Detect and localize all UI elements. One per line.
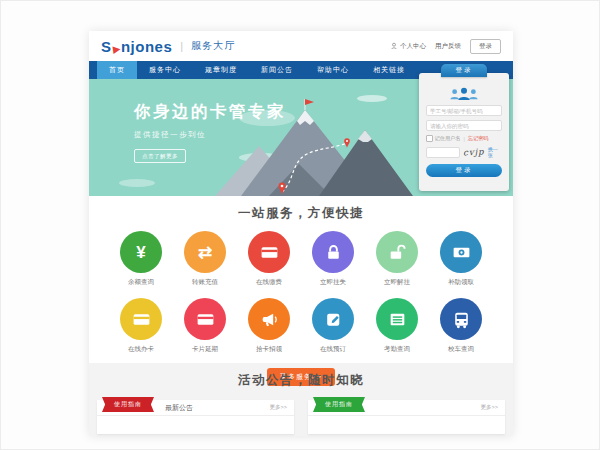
remember-row: 记住用户名 | 忘记密码 [426,135,502,142]
service-online-booking[interactable]: 在线预订 [301,298,365,354]
nav-item-help-center[interactable]: 帮助中心 [305,61,361,79]
card-icon [120,298,162,340]
service-attendance-inquiry[interactable]: 考勤查询 [365,298,429,354]
header-login-button[interactable]: 登录 [470,39,501,54]
feedback-label: 用户反馈 [435,42,461,51]
nav-item-news[interactable]: 新闻公告 [249,61,305,79]
service-balance-inquiry[interactable]: ¥ 余额查询 [109,231,173,287]
forgot-password-link[interactable]: 忘记密码 [468,135,489,142]
services-title: 一站服务，方便快捷 [89,205,513,222]
logo-arrow-icon: ▶ [112,43,121,54]
left-ribbon-tab[interactable]: 使用指南 [102,397,154,412]
unlock-icon [376,231,418,273]
hero-banner: 你身边的卡管专家 提供捷径一步到位 点击了解更多 登录 记住用户名 | [89,79,513,196]
nav-item-service-center[interactable]: 服务中心 [137,61,193,79]
logo-divider: | [180,40,183,52]
service-unlock[interactable]: 立即解挂 [365,231,429,287]
transfer-icon: ⇄ [184,231,226,273]
nav-item-regulations[interactable]: 规章制度 [193,61,249,79]
right-more-link[interactable]: 更多>> [481,404,498,411]
logo-text-right: njones [121,38,172,55]
right-ribbon-tab[interactable]: 使用指南 [313,397,365,412]
bus-icon [440,298,482,340]
password-input[interactable] [426,120,502,131]
remember-label: 记住用户名 [435,135,461,142]
service-school-bus-inquiry[interactable]: 校车查询 [429,298,493,354]
screenshot-canvas: S ▶ njones | 服务大厅 个人中心 用户反馈 登录 [0,0,600,450]
services-grid: ¥ 余额查询 ⇄ 转账充值 在线缴费 [89,231,513,365]
guide-panel-left: 使用指南 最新公告 更多>> [97,400,294,434]
hero-title: 你身边的卡管专家 [134,101,286,123]
announcement-panels: 使用指南 最新公告 更多>> 使用指南 更多>> [89,400,513,434]
nav-item-home[interactable]: 首页 [97,61,137,79]
captcha-input[interactable] [426,147,460,158]
guide-panel-right: 使用指南 更多>> [308,400,505,434]
announcements-title: 活动公告，随时知晓 [89,372,513,389]
login-panel: 登录 记住用户名 | 忘记密码 cvjp 换一张 [419,73,509,191]
site-name: 服务大厅 [191,39,235,53]
users-group-icon [447,86,481,101]
remember-checkbox[interactable] [426,135,433,142]
list-icon [376,298,418,340]
personal-center-label: 个人中心 [400,42,426,51]
captcha-refresh-link[interactable]: 换一张 [488,146,502,158]
left-panel-header: 使用指南 最新公告 更多>> [97,400,294,416]
service-card-extension[interactable]: 卡片延期 [173,298,237,354]
service-lost-found[interactable]: 拾卡招领 [237,298,301,354]
hero-cta-button[interactable]: 点击了解更多 [134,149,186,163]
edit-icon [312,298,354,340]
left-more-link[interactable]: 更多>> [270,404,287,411]
login-submit-button[interactable]: 登录 [426,164,502,177]
service-online-payment[interactable]: 在线缴费 [237,231,301,287]
logo-text-left: S [101,38,112,55]
service-transfer-recharge[interactable]: ⇄ 转账充值 [173,231,237,287]
card-icon [184,298,226,340]
captcha-image[interactable]: cvjp [463,146,485,157]
cloud-shape [119,179,155,187]
right-panel-header: 使用指南 更多>> [308,400,505,416]
card-icon [248,231,290,273]
announcements-section: 活动公告，随时知晓 使用指南 最新公告 更多>> 使用指南 更多>> [89,363,513,436]
site-header: S ▶ njones | 服务大厅 个人中心 用户反馈 登录 [89,31,513,61]
login-tab[interactable]: 登录 [441,64,487,77]
nav-item-related-links[interactable]: 相关链接 [361,61,417,79]
person-icon [390,42,398,50]
banknote-icon [440,231,482,273]
megaphone-icon [248,298,290,340]
logo[interactable]: S ▶ njones [101,38,172,55]
hero-copy: 你身边的卡管专家 提供捷径一步到位 点击了解更多 [134,101,286,163]
services-section: 一站服务，方便快捷 ¥ 余额查询 ⇄ 转账充值 [89,196,513,363]
lock-icon [312,231,354,273]
username-input[interactable] [426,105,502,116]
personal-center-link[interactable]: 个人中心 [390,42,426,51]
service-report-loss[interactable]: 立即挂失 [301,231,365,287]
remember-divider: | [463,136,464,142]
feedback-link[interactable]: 用户反馈 [435,42,461,51]
header-links: 个人中心 用户反馈 登录 [390,39,501,54]
hero-subtitle: 提供捷径一步到位 [134,130,286,140]
latest-news-tab[interactable]: 最新公告 [165,403,193,413]
captcha-row: cvjp 换一张 [426,146,502,158]
service-online-card-apply[interactable]: 在线办卡 [109,298,173,354]
yen-icon: ¥ [120,231,162,273]
service-subsidy-collect[interactable]: 补助领取 [429,231,493,287]
site-page: S ▶ njones | 服务大厅 个人中心 用户反馈 登录 [89,31,513,436]
